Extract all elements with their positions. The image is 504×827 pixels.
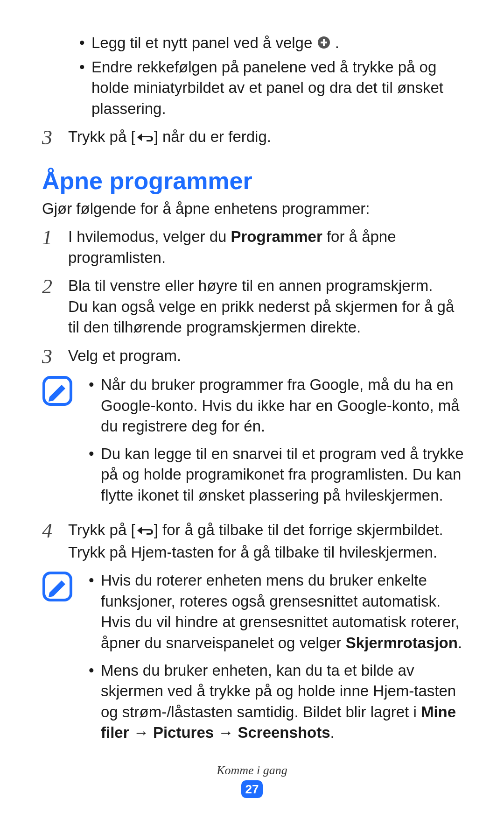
text: I hvilemodus, velger du xyxy=(68,228,231,245)
step-number: 4 xyxy=(42,520,68,563)
text: Trykk på [ xyxy=(68,521,135,538)
svg-rect-2 xyxy=(321,42,327,43)
bullet-item: • Endre rekkefølgen på panelene ved å tr… xyxy=(79,57,467,120)
bullet-dot: • xyxy=(89,444,101,506)
bullet-dot: • xyxy=(89,660,101,743)
step-number: 3 xyxy=(42,346,68,367)
text: Bla til venstre eller høyre til en annen… xyxy=(68,277,433,294)
plus-circle-icon xyxy=(317,34,331,55)
back-icon xyxy=(135,521,154,542)
step-row: 1 I hvilemodus, velger du Programmer for… xyxy=(42,226,467,268)
text: Legg til et nytt panel ved å velge xyxy=(91,34,317,51)
note-icon xyxy=(42,392,73,410)
bullet-dot: • xyxy=(89,375,101,437)
text: ] når du er ferdig. xyxy=(154,128,271,145)
bullet-text: Legg til et nytt panel ved å velge . xyxy=(91,33,467,55)
content-area: • Legg til et nytt panel ved å velge . • xyxy=(28,33,476,750)
note-text: Du kan legge til en snarvei til et progr… xyxy=(101,444,467,506)
bullet-text: Endre rekkefølgen på panelene ved å tryk… xyxy=(91,57,467,120)
page-number-badge: 27 xyxy=(241,780,263,798)
bullet-dot: • xyxy=(79,57,91,120)
step-row: 2 Bla til venstre eller høyre til en ann… xyxy=(42,276,467,338)
bold-text: Programmer xyxy=(231,228,322,245)
step-number: 2 xyxy=(42,276,68,338)
note-bullet: • Når du bruker programmer fra Google, m… xyxy=(89,375,467,437)
note-icon-cell xyxy=(42,375,89,512)
bold-text: Pictures xyxy=(153,724,214,741)
text: Mens du bruker enheten, kan du ta et bil… xyxy=(101,662,456,721)
section-heading: Åpne programmer xyxy=(42,167,467,195)
bold-text: Skjermrotasjon xyxy=(346,634,458,651)
step-text: Velg et program. xyxy=(68,346,467,367)
note-bullet: • Du kan legge til en snarvei til et pro… xyxy=(89,444,467,506)
step-row: 4 Trykk på [] for å gå tilbake til det f… xyxy=(42,520,467,563)
text: Du kan også velge en prikk nederst på sk… xyxy=(68,298,454,336)
step-number: 1 xyxy=(42,226,68,268)
document-page: • Legg til et nytt panel ved å velge . • xyxy=(0,0,504,827)
step-text: Trykk på [] når du er ferdig. xyxy=(68,127,467,149)
step-text: Trykk på [] for å gå tilbake til det for… xyxy=(68,520,467,563)
back-icon xyxy=(135,128,154,149)
arrow: → xyxy=(129,724,153,741)
bullet-dot: • xyxy=(89,570,101,653)
bullet-item: • Legg til et nytt panel ved å velge . xyxy=(79,33,467,55)
text: . xyxy=(335,34,339,51)
note-text: Når du bruker programmer fra Google, må … xyxy=(101,375,467,437)
note-icon-cell xyxy=(42,570,89,749)
note-body: • Når du bruker programmer fra Google, m… xyxy=(89,375,467,512)
note-block: • Når du bruker programmer fra Google, m… xyxy=(42,375,467,512)
footer-text: Komme i gang xyxy=(0,763,504,778)
step-text: I hvilemodus, velger du Programmer for å… xyxy=(68,226,467,268)
arrow: → xyxy=(214,724,238,741)
note-text: Hvis du roterer enheten mens du bruker e… xyxy=(101,570,467,653)
top-bullets: • Legg til et nytt panel ved å velge . • xyxy=(79,33,467,119)
bullet-dot: • xyxy=(79,33,91,55)
step-row: 3 Trykk på [] når du er ferdig. xyxy=(42,127,467,149)
text: . xyxy=(330,724,335,741)
text: Trykk på [ xyxy=(68,128,135,145)
intro-text: Gjør følgende for å åpne enhetens progra… xyxy=(42,198,467,219)
note-text: Mens du bruker enheten, kan du ta et bil… xyxy=(101,660,467,743)
note-icon xyxy=(42,588,73,605)
page-footer: Komme i gang 27 xyxy=(0,763,504,798)
bold-text: Screenshots xyxy=(238,724,330,741)
note-block: • Hvis du roterer enheten mens du bruker… xyxy=(42,570,467,749)
note-bullet: • Mens du bruker enheten, kan du ta et b… xyxy=(89,660,467,743)
note-bullet: • Hvis du roterer enheten mens du bruker… xyxy=(89,570,467,653)
note-body: • Hvis du roterer enheten mens du bruker… xyxy=(89,570,467,749)
step-text: Bla til venstre eller høyre til en annen… xyxy=(68,276,467,338)
text: . xyxy=(458,634,462,651)
step-row: 3 Velg et program. xyxy=(42,346,467,367)
step-number: 3 xyxy=(42,127,68,149)
